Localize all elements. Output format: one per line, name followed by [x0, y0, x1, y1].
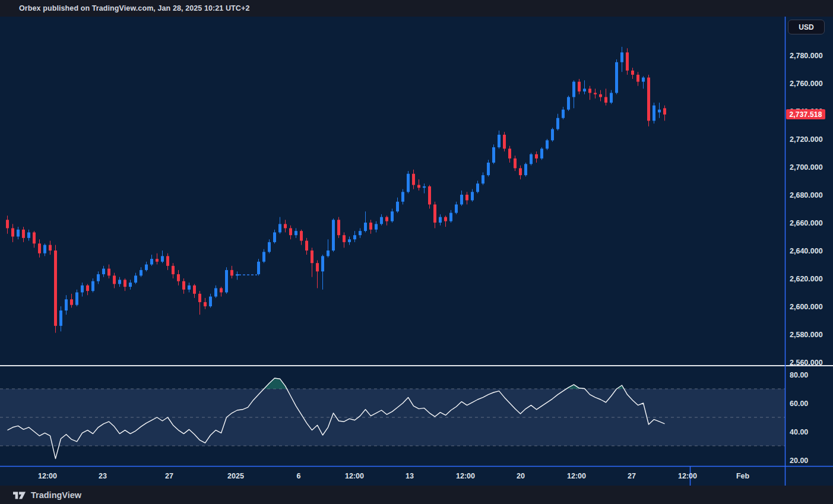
candle-body	[578, 82, 581, 91]
candle-body	[599, 94, 602, 97]
price-tick-label: 2,760.000	[790, 80, 823, 88]
candle-body	[658, 110, 661, 113]
time-tick-label: Feb	[736, 472, 750, 480]
candle-body	[460, 195, 463, 204]
candle-body	[262, 252, 265, 261]
candle-body	[449, 213, 452, 221]
candle-body	[423, 186, 426, 188]
candle-body	[503, 135, 506, 149]
price-tick-label: 2,620.000	[790, 275, 823, 283]
candle-body	[65, 299, 68, 310]
candle-body	[54, 251, 57, 326]
candle-body	[123, 280, 126, 287]
candle-body	[524, 164, 527, 175]
candle-body	[433, 204, 436, 223]
candle-body	[540, 148, 543, 158]
candle-body	[567, 97, 570, 110]
candle-body	[572, 82, 575, 97]
candle-body	[546, 140, 549, 148]
candle-body	[663, 108, 666, 115]
candle-body	[193, 286, 196, 294]
candle-body	[487, 163, 490, 175]
candle-body	[583, 88, 586, 91]
candle-body	[156, 259, 159, 262]
candle-body	[91, 281, 94, 291]
chart-canvas[interactable]: 2,780.0002,760.0002,740.0002,720.0002,70…	[0, 17, 833, 486]
tradingview-brand[interactable]: TradingView	[31, 490, 81, 500]
candle-body	[134, 275, 137, 283]
candle-body	[620, 52, 623, 62]
time-tick-label: 6	[297, 472, 301, 480]
candle-body	[166, 256, 169, 265]
candle-body	[412, 174, 415, 185]
time-tick-label: 12:00	[345, 472, 364, 480]
candle-body	[391, 211, 394, 221]
time-tick-label: 13	[406, 472, 414, 480]
time-tick-label: 20	[517, 472, 525, 480]
price-tick-label: 2,680.000	[790, 191, 823, 199]
candle-body	[150, 259, 153, 264]
candle-body	[610, 93, 613, 102]
candle-body	[113, 275, 116, 284]
publish-header: Orbex published on TradingView.com, Jan …	[0, 0, 833, 17]
candle-body	[514, 159, 517, 168]
candle-body	[268, 242, 271, 252]
candle-body	[300, 231, 303, 240]
candle-body	[204, 302, 207, 306]
candle-body	[294, 231, 297, 235]
candle-body	[530, 154, 533, 164]
time-tick-label: 27	[165, 472, 173, 480]
candle-body	[209, 297, 212, 306]
candle-body	[311, 251, 313, 263]
rsi-tick-label: 80.00	[790, 371, 808, 379]
currency-button[interactable]: USD	[788, 20, 825, 34]
candle-body	[257, 262, 260, 274]
candle-body	[642, 78, 645, 82]
candle-body	[348, 239, 351, 242]
candle-body	[22, 230, 25, 238]
candle-body	[97, 274, 100, 281]
candle-body	[49, 245, 52, 251]
candle-body	[498, 135, 501, 147]
last-price-label: 2,737.518	[786, 109, 825, 119]
candle-body	[594, 93, 597, 94]
candle-body	[75, 293, 78, 305]
candle-body	[359, 231, 362, 235]
candle-body	[43, 245, 46, 253]
candle-body	[343, 235, 346, 242]
candle-body	[118, 280, 121, 284]
candle-body	[407, 174, 410, 192]
candle-body	[385, 217, 388, 221]
price-tick-label: 2,720.000	[790, 135, 823, 144]
candle-body	[289, 228, 292, 235]
candle-body	[284, 224, 287, 228]
candle-body	[59, 310, 62, 326]
rsi-tick-label: 40.00	[790, 428, 808, 436]
candle-body	[604, 97, 607, 103]
price-tick-label: 2,560.000	[790, 359, 823, 367]
tradingview-logo-icon[interactable]	[13, 490, 26, 500]
candle-body	[369, 223, 372, 230]
candle-body	[38, 243, 41, 253]
candle-body	[316, 263, 319, 271]
candle-body	[653, 106, 655, 121]
candle-body	[631, 71, 634, 75]
candle-body	[81, 286, 84, 293]
candle-body	[519, 168, 522, 175]
candle-body	[332, 220, 335, 251]
time-tick-label: 23	[99, 472, 107, 480]
candle-body	[396, 202, 399, 211]
candle-body	[278, 224, 281, 232]
candle-body	[562, 110, 565, 118]
candle-body	[27, 232, 30, 237]
candle-body	[236, 274, 239, 275]
candle-body	[230, 270, 233, 275]
candle-body	[417, 185, 420, 188]
price-tick-label: 2,580.000	[790, 331, 823, 339]
candle-body	[444, 217, 447, 221]
candle-body	[626, 52, 629, 71]
price-tick-label: 2,660.000	[790, 219, 823, 227]
candle-body	[305, 241, 308, 251]
candle-body	[476, 183, 479, 192]
chart-area[interactable]: 2,780.0002,760.0002,740.0002,720.0002,70…	[0, 17, 833, 486]
